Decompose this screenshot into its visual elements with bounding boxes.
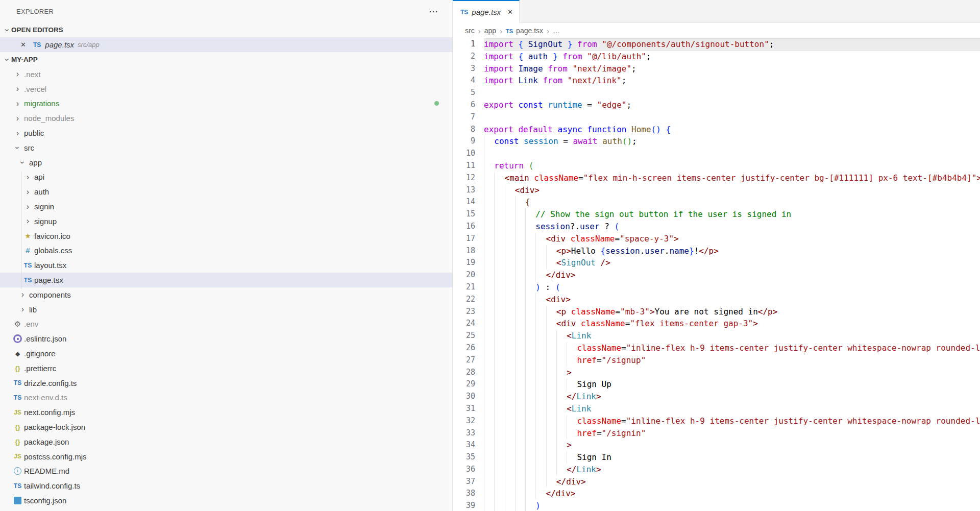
tree-item--env[interactable]: ⚙.env [0,317,452,332]
token-tag: </p> [758,307,778,317]
project-root-header[interactable]: › MY-APP [0,52,452,67]
code-line-16[interactable]: 16session?.user ? ( [453,221,980,233]
code-area[interactable]: 1import { SignOut } from "@/components/a… [453,38,980,511]
code-line-content: className="inline-flex h-9 items-center … [484,342,980,354]
token-txt: = [597,428,602,438]
code-line-26[interactable]: 26className="inline-flex h-9 items-cente… [453,342,980,354]
tree-item-next-env-d-ts[interactable]: TSnext-env.d.ts [0,391,452,405]
close-icon[interactable]: ✕ [507,8,513,16]
tree-item-tsconfig-json[interactable]: tsconfig.json [0,493,452,508]
tree-item-layout-tsx[interactable]: TSlayout.tsx [0,258,452,273]
tree-item-api[interactable]: ›api [0,170,452,185]
code-line-8[interactable]: 8export default async function Home() { [453,124,980,136]
tree-item-package-json[interactable]: {}package.json [0,434,452,449]
code-line-31[interactable]: 31<Link [453,403,980,415]
tree-item-tailwind-config-ts[interactable]: TStailwind.config.ts [0,478,452,493]
indent-guide [505,403,515,415]
code-line-33[interactable]: 33href="/signin" [453,427,980,440]
breadcrumb-item--[interactable]: … [553,27,560,35]
breadcrumb-item-page-tsx[interactable]: TSpage.tsx [506,27,543,35]
tree-item-drizzle-config-ts[interactable]: TSdrizzle.config.ts [0,376,452,391]
tree-item-migrations[interactable]: ›migrations [0,96,452,111]
token-str: "inline-flex h-9 items-center justify-ce… [626,343,980,353]
indent-guide [535,318,546,330]
code-line-34[interactable]: 34> [453,439,980,451]
code-line-13[interactable]: 13<div> [453,184,980,197]
code-line-1[interactable]: 1import { SignOut } from "@/components/a… [453,38,980,51]
indent-guide [505,208,515,221]
indent-guide [494,318,504,330]
code-line-12[interactable]: 12<main className="flex min-h-screen ite… [453,172,980,184]
tree-item-signup[interactable]: ›signup [0,214,452,229]
token-kw: import [484,39,513,49]
code-line-15[interactable]: 15// Show the sign out button if the use… [453,208,980,221]
file-icon-slot: # [23,246,32,255]
code-line-10[interactable]: 10 [453,148,980,160]
tree-item-app[interactable]: ›app [0,155,452,170]
tree-item-src[interactable]: ›src [0,140,452,155]
code-line-17[interactable]: 17<div className="space-y-3"> [453,233,980,245]
token-decl: async [558,125,582,134]
code-line-39[interactable]: 39) [453,500,980,511]
code-line-38[interactable]: 38</div> [453,488,980,500]
indent-guide [494,233,504,245]
code-line-14[interactable]: 14{ [453,196,980,208]
code-line-25[interactable]: 25<Link [453,330,980,342]
code-line-4[interactable]: 4import Link from "next/link"; [453,75,980,87]
tree-item--vercel[interactable]: ›.vercel [0,82,452,96]
code-line-28[interactable]: 28> [453,367,980,379]
tree-item--eslintrc-json[interactable]: .eslintrc.json [0,331,452,346]
breadcrumb-item-src[interactable]: src [465,27,475,35]
code-line-11[interactable]: 11return ( [453,160,980,172]
file-icon-slot: ◆ [13,349,22,358]
code-line-6[interactable]: 6export const runtime = "edge"; [453,99,980,111]
tree-item--prettierrc[interactable]: {}.prettierrc [0,361,452,376]
tree-item-package-lock-json[interactable]: {}package-lock.json [0,420,452,434]
code-line-2[interactable]: 2import { auth } from "@/lib/auth"; [453,51,980,63]
code-line-content: <Link [484,403,980,415]
open-editors-header[interactable]: › OPEN EDITORS [0,22,452,37]
tree-item-globals-css[interactable]: #globals.css [0,244,452,258]
indent-guide [525,306,535,318]
indent-guide [505,233,515,245]
tree-item-next-config-mjs[interactable]: JSnext.config.mjs [0,405,452,420]
tree-item-postcss-config-mjs[interactable]: JSpostcss.config.mjs [0,449,452,464]
code-line-22[interactable]: 22<div> [453,294,980,306]
code-line-27[interactable]: 27href="/signup" [453,354,980,367]
more-actions-icon[interactable]: ⋯ [429,7,439,16]
code-line-30[interactable]: 30</Link> [453,391,980,403]
code-line-23[interactable]: 23<p className="mb-3">You are not signed… [453,306,980,318]
code-line-5[interactable]: 5 [453,87,980,99]
code-line-18[interactable]: 18<p>Hello {session.user.name}!</p> [453,245,980,257]
code-line-20[interactable]: 20</div> [453,269,980,281]
code-line-32[interactable]: 32className="inline-flex h-9 items-cente… [453,415,980,427]
tree-item-readme-md[interactable]: iREADME.md [0,464,452,479]
code-line-37[interactable]: 37</div> [453,476,980,488]
code-line-36[interactable]: 36</Link> [453,464,980,476]
tree-item--next[interactable]: ›.next [0,67,452,82]
code-line-29[interactable]: 29Sign Up [453,378,980,391]
breadcrumb-item-app[interactable]: app [484,27,496,35]
code-line-35[interactable]: 35Sign In [453,451,980,464]
tree-item-auth[interactable]: ›auth [0,184,452,199]
tab-page-tsx[interactable]: TS page.tsx ✕ [453,0,520,23]
tree-item-components[interactable]: ›components [0,287,452,302]
code-line-9[interactable]: 9const session = await auth(); [453,135,980,148]
file-icon-slot [13,496,22,505]
open-editor-item-page-tsx[interactable]: ✕ TS page.tsx src/app [0,37,452,52]
close-icon[interactable]: ✕ [20,41,29,48]
code-line-7[interactable]: 7 [453,111,980,124]
tree-item-favicon-ico[interactable]: ★favicon.ico [0,229,452,244]
code-line-24[interactable]: 24<div className="flex items-center gap-… [453,318,980,330]
code-line-21[interactable]: 21) : ( [453,281,980,294]
tree-item-signin[interactable]: ›signin [0,199,452,214]
code-line-3[interactable]: 3import Image from "next/image"; [453,63,980,75]
tree-item-page-tsx[interactable]: TSpage.tsx [0,273,452,287]
tree-item--gitignore[interactable]: ◆.gitignore [0,346,452,361]
tree-item-node-modules[interactable]: ›node_modules [0,111,452,126]
token-txt: ; [769,39,774,49]
indent-guide [515,378,525,391]
code-line-19[interactable]: 19<SignOut /> [453,257,980,269]
tree-item-lib[interactable]: ›lib [0,302,452,317]
tree-item-public[interactable]: ›public [0,126,452,140]
